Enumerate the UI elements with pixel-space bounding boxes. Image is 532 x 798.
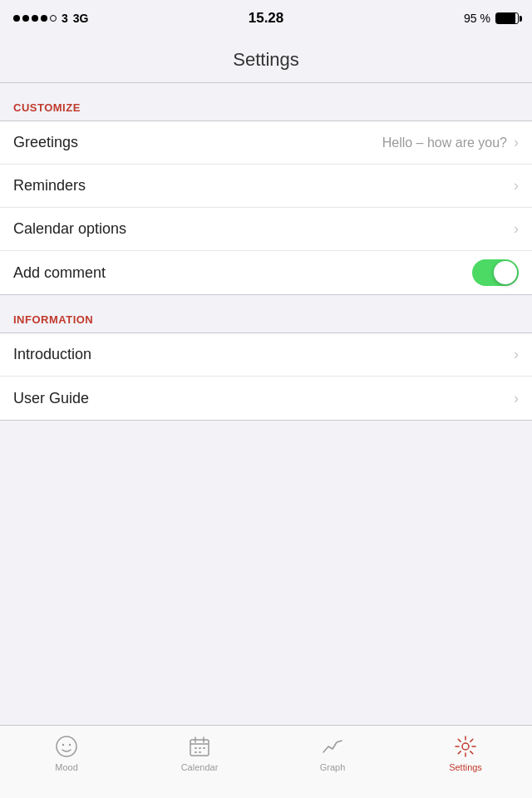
add-comment-right bbox=[472, 259, 519, 286]
mood-tab-label: Mood bbox=[55, 762, 78, 772]
greetings-chevron: › bbox=[514, 134, 519, 151]
greetings-label: Greetings bbox=[13, 134, 78, 151]
calendar-tab-label: Calendar bbox=[181, 762, 219, 772]
calendar-options-label: Calendar options bbox=[13, 220, 126, 238]
greetings-right: Hello – how are you? › bbox=[382, 134, 519, 151]
section-header-information: INFORMATION bbox=[0, 295, 532, 332]
tab-bar: Mood Calendar Graph bbox=[0, 725, 532, 798]
introduction-chevron: › bbox=[514, 346, 519, 363]
dot-3 bbox=[32, 15, 38, 22]
reminders-row[interactable]: Reminders › bbox=[0, 165, 532, 208]
nav-bar: Settings bbox=[0, 37, 532, 83]
svg-point-0 bbox=[57, 736, 76, 756]
calendar-options-chevron: › bbox=[514, 220, 519, 238]
network-label: 3G bbox=[73, 12, 89, 25]
dot-2 bbox=[22, 15, 29, 22]
calendar-icon bbox=[187, 734, 212, 759]
introduction-right: › bbox=[514, 346, 519, 363]
add-comment-row[interactable]: Add comment bbox=[0, 251, 532, 294]
tab-settings[interactable]: Settings bbox=[399, 734, 532, 772]
reminders-right: › bbox=[514, 177, 519, 195]
battery-icon bbox=[495, 12, 519, 24]
add-comment-toggle[interactable] bbox=[472, 259, 519, 286]
customize-group: Greetings Hello – how are you? › Reminde… bbox=[0, 121, 532, 295]
battery-percent: 95 % bbox=[464, 12, 490, 25]
dot-5 bbox=[50, 15, 57, 22]
tab-calendar[interactable]: Calendar bbox=[133, 734, 266, 772]
status-left: 3 3G bbox=[13, 12, 88, 25]
information-group: Introduction › User Guide › bbox=[0, 332, 532, 421]
dot-4 bbox=[41, 15, 47, 22]
settings-tab-label: Settings bbox=[449, 762, 482, 772]
svg-point-1 bbox=[62, 744, 64, 746]
carrier-label: 3 bbox=[62, 12, 68, 25]
tab-graph[interactable]: Graph bbox=[266, 734, 399, 772]
user-guide-label: User Guide bbox=[13, 390, 89, 407]
section-header-customize: CUSTOMIZE bbox=[0, 83, 532, 121]
introduction-row[interactable]: Introduction › bbox=[0, 333, 532, 377]
mood-icon bbox=[54, 734, 79, 759]
signal-dots bbox=[13, 15, 57, 22]
add-comment-label: Add comment bbox=[13, 264, 106, 282]
user-guide-chevron: › bbox=[514, 390, 519, 407]
introduction-label: Introduction bbox=[13, 346, 91, 363]
calendar-options-right: › bbox=[514, 220, 519, 238]
settings-icon bbox=[453, 734, 478, 759]
graph-tab-label: Graph bbox=[320, 762, 346, 772]
tab-mood[interactable]: Mood bbox=[0, 734, 133, 772]
dot-1 bbox=[13, 15, 20, 22]
status-time: 15.28 bbox=[249, 10, 284, 27]
svg-point-12 bbox=[462, 743, 469, 750]
settings-content: CUSTOMIZE Greetings Hello – how are you?… bbox=[0, 83, 532, 421]
page-title: Settings bbox=[233, 49, 299, 71]
svg-point-2 bbox=[69, 744, 71, 746]
user-guide-right: › bbox=[514, 390, 519, 407]
status-bar: 3 3G 15.28 95 % bbox=[0, 0, 532, 37]
greetings-row[interactable]: Greetings Hello – how are you? › bbox=[0, 121, 532, 165]
reminders-chevron: › bbox=[514, 177, 519, 195]
greetings-value: Hello – how are you? bbox=[382, 135, 507, 150]
reminders-label: Reminders bbox=[13, 177, 86, 195]
calendar-options-row[interactable]: Calendar options › bbox=[0, 208, 532, 251]
status-right: 95 % bbox=[464, 12, 519, 25]
graph-icon bbox=[320, 734, 345, 759]
toggle-knob bbox=[494, 261, 517, 284]
user-guide-row[interactable]: User Guide › bbox=[0, 377, 532, 420]
